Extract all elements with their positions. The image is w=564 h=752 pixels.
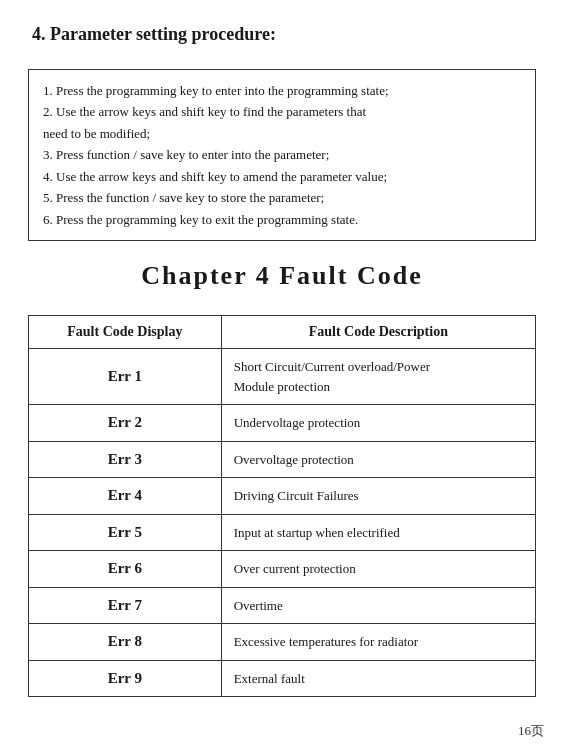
page-number: 16页 bbox=[518, 722, 544, 740]
table-row: Err 7Overtime bbox=[29, 587, 536, 624]
fault-desc-cell: Undervoltage protection bbox=[221, 405, 535, 442]
fault-code-cell: Err 3 bbox=[29, 441, 222, 478]
fault-desc-cell: Input at startup when electrified bbox=[221, 514, 535, 551]
fault-desc-cell: Overtime bbox=[221, 587, 535, 624]
instruction-line-4: 4. Use the arrow keys and shift key to a… bbox=[43, 166, 521, 187]
fault-code-cell: Err 2 bbox=[29, 405, 222, 442]
fault-desc-cell: Overvoltage protection bbox=[221, 441, 535, 478]
fault-desc-cell: Short Circuit/Current overload/PowerModu… bbox=[221, 349, 535, 405]
table-header-code: Fault Code Display bbox=[29, 316, 222, 349]
fault-code-cell: Err 7 bbox=[29, 587, 222, 624]
table-row: Err 2Undervoltage protection bbox=[29, 405, 536, 442]
table-row: Err 6Over current protection bbox=[29, 551, 536, 588]
fault-desc-cell: Over current protection bbox=[221, 551, 535, 588]
fault-desc-cell: Driving Circuit Failures bbox=[221, 478, 535, 515]
fault-code-cell: Err 6 bbox=[29, 551, 222, 588]
instruction-line-2: 2. Use the arrow keys and shift key to f… bbox=[43, 101, 521, 144]
fault-code-cell: Err 9 bbox=[29, 660, 222, 697]
fault-code-cell: Err 1 bbox=[29, 349, 222, 405]
section-title: 4. Parameter setting procedure: bbox=[28, 24, 536, 45]
fault-desc-cell: External fault bbox=[221, 660, 535, 697]
fault-code-cell: Err 5 bbox=[29, 514, 222, 551]
instruction-line-5: 5. Press the function / save key to stor… bbox=[43, 187, 521, 208]
instruction-line-1: 1. Press the programming key to enter in… bbox=[43, 80, 521, 101]
table-row: Err 1Short Circuit/Current overload/Powe… bbox=[29, 349, 536, 405]
fault-code-cell: Err 8 bbox=[29, 624, 222, 661]
table-row: Err 4Driving Circuit Failures bbox=[29, 478, 536, 515]
table-row: Err 3Overvoltage protection bbox=[29, 441, 536, 478]
table-row: Err 9External fault bbox=[29, 660, 536, 697]
instruction-line-6: 6. Press the programming key to exit the… bbox=[43, 209, 521, 230]
fault-code-cell: Err 4 bbox=[29, 478, 222, 515]
chapter-title: Chapter 4 Fault Code bbox=[28, 261, 536, 291]
fault-desc-cell: Excessive temperatures for radiator bbox=[221, 624, 535, 661]
page-container: 4. Parameter setting procedure: 1. Press… bbox=[0, 0, 564, 752]
fault-table: Fault Code Display Fault Code Descriptio… bbox=[28, 315, 536, 697]
table-row: Err 8Excessive temperatures for radiator bbox=[29, 624, 536, 661]
instructions-box: 1. Press the programming key to enter in… bbox=[28, 69, 536, 241]
instruction-line-3: 3. Press function / save key to enter in… bbox=[43, 144, 521, 165]
table-header-desc: Fault Code Description bbox=[221, 316, 535, 349]
table-row: Err 5Input at startup when electrified bbox=[29, 514, 536, 551]
